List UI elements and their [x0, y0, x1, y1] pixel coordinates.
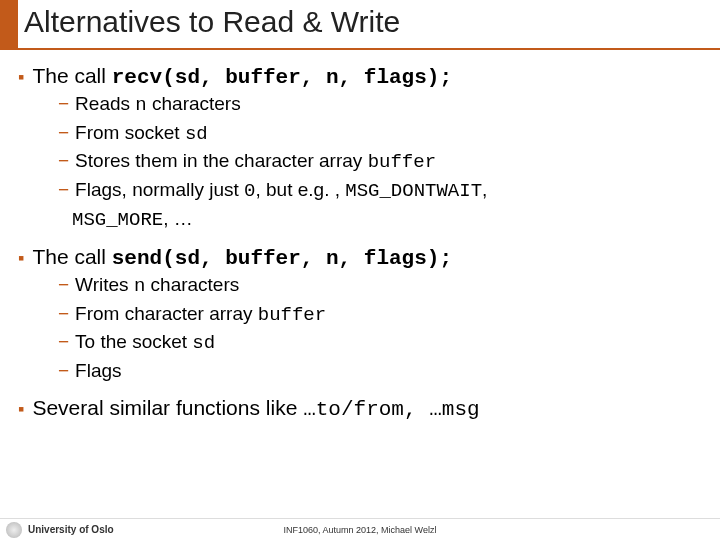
content-area: ▪ The call recv(sd, buffer, n, flags); −…	[0, 50, 720, 421]
dash-icon: −	[58, 120, 69, 146]
bullet-row: ▪ The call recv(sd, buffer, n, flags);	[18, 64, 702, 89]
code-text: send(sd, buffer, n, flags);	[112, 247, 452, 270]
dash-icon: −	[58, 91, 69, 117]
sub-item: −Stores them in the character array buff…	[58, 148, 702, 176]
sub-list: −Reads n characters −From socket sd −Sto…	[18, 91, 702, 205]
sub-item: −From character array buffer	[58, 301, 702, 329]
slide-title: Alternatives to Read & Write	[18, 0, 400, 48]
bullet-text: Several similar functions like …to/from,…	[32, 396, 479, 421]
dash-icon: −	[58, 301, 69, 327]
title-bar: Alternatives to Read & Write	[0, 0, 720, 48]
continuation: MSG_MORE, …	[18, 206, 702, 234]
sub-item: −To the socket sd	[58, 329, 702, 357]
dash-icon: −	[58, 272, 69, 298]
square-bullet-icon: ▪	[18, 397, 24, 421]
dash-icon: −	[58, 148, 69, 174]
bullet-row: ▪ The call send(sd, buffer, n, flags);	[18, 245, 702, 270]
dash-icon: −	[58, 329, 69, 355]
bullet-row: ▪ Several similar functions like …to/fro…	[18, 396, 702, 421]
sub-item: −Flags	[58, 358, 702, 384]
university-seal-icon	[6, 522, 22, 538]
sub-item: −From socket sd	[58, 120, 702, 148]
course-info: INF1060, Autumn 2012, Michael Welzl	[284, 525, 437, 535]
bullet-item: ▪ Several similar functions like …to/fro…	[18, 396, 702, 421]
bullet-text: The call recv(sd, buffer, n, flags);	[32, 64, 452, 89]
sub-item: −Reads n characters	[58, 91, 702, 119]
bullet-text: The call send(sd, buffer, n, flags);	[32, 245, 452, 270]
square-bullet-icon: ▪	[18, 246, 24, 270]
code-text: recv(sd, buffer, n, flags);	[112, 66, 452, 89]
bullet-item: ▪ The call send(sd, buffer, n, flags); −…	[18, 245, 702, 384]
footer: University of Oslo INF1060, Autumn 2012,…	[0, 518, 720, 540]
dash-icon: −	[58, 177, 69, 203]
title-accent	[0, 0, 18, 48]
university-name: University of Oslo	[28, 524, 114, 535]
sub-list: −Writes n characters −From character arr…	[18, 272, 702, 384]
bullet-item: ▪ The call recv(sd, buffer, n, flags); −…	[18, 64, 702, 233]
square-bullet-icon: ▪	[18, 65, 24, 89]
sub-item: −Writes n characters	[58, 272, 702, 300]
sub-item: −Flags, normally just 0, but e.g. , MSG_…	[58, 177, 702, 205]
dash-icon: −	[58, 358, 69, 384]
